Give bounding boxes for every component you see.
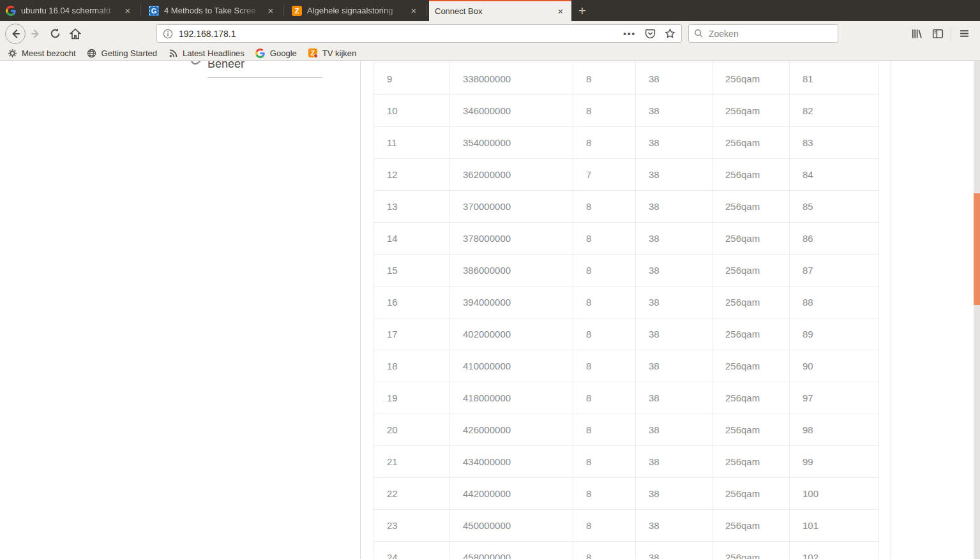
site-info-icon[interactable] — [163, 29, 173, 39]
page-scrollbar[interactable] — [974, 61, 980, 559]
table-cell: 394000000 — [450, 287, 573, 318]
bookmark-meest-bezocht[interactable]: Meest bezocht — [7, 48, 76, 58]
table-cell: 8 — [573, 287, 636, 318]
bookmarks-toolbar: Meest bezocht Getting Started Latest Hea… — [0, 46, 980, 61]
table-cell: 38 — [636, 414, 712, 445]
browser-window: ubuntu 16.04 schermafd × G 4 Methods to … — [0, 0, 980, 559]
table-cell: 88 — [790, 287, 879, 318]
table-cell: 11 — [373, 127, 450, 158]
close-icon[interactable]: × — [266, 6, 276, 16]
page-content: Beheer 9338000000838256qam81103460000008… — [0, 61, 980, 559]
tab-title: ubuntu 16.04 schermafd — [21, 6, 123, 15]
table-cell: 13 — [373, 191, 450, 222]
tab-separator — [140, 5, 141, 16]
table-cell: 8 — [573, 414, 636, 445]
tab-signaalstoring[interactable]: Z Algehele signaalstoring × — [286, 0, 425, 21]
table-cell: 84 — [790, 159, 879, 190]
tab-connect-box[interactable]: Connect Box × — [429, 0, 571, 21]
search-icon — [694, 29, 704, 38]
table-cell: 362000000 — [450, 159, 573, 190]
table-cell: 346000000 — [450, 95, 573, 126]
table-cell: 8 — [573, 446, 636, 477]
menu-hamburger-icon[interactable] — [954, 24, 975, 43]
table-cell: 100 — [790, 478, 879, 509]
bookmark-label: Latest Headlines — [183, 48, 245, 58]
table-cell: 426000000 — [450, 414, 573, 445]
tab-take-screenshots[interactable]: G 4 Methods to Take Scree × — [143, 0, 282, 21]
table-cell: 256qam — [712, 446, 790, 477]
bookmark-getting-started[interactable]: Getting Started — [87, 48, 157, 58]
table-cell: 386000000 — [450, 255, 573, 286]
table-cell: 38 — [636, 446, 712, 477]
table-cell: 8 — [573, 542, 636, 559]
table-cell: 8 — [573, 350, 636, 382]
table-cell: 402000000 — [450, 318, 573, 350]
table-cell: 256qam — [712, 350, 790, 382]
table-cell: 434000000 — [450, 446, 573, 477]
table-cell: 338000000 — [450, 63, 573, 94]
library-icon[interactable] — [906, 24, 927, 43]
bookmark-star-icon[interactable] — [665, 28, 675, 39]
table-row: 24458000000838256qam102 — [373, 542, 879, 559]
table-cell: 256qam — [712, 127, 790, 158]
close-icon[interactable]: × — [409, 6, 419, 16]
search-placeholder: Zoeken — [709, 29, 739, 39]
table-cell: 12 — [373, 159, 450, 190]
new-tab-button[interactable]: + — [571, 0, 593, 21]
table-cell: 256qam — [712, 478, 790, 509]
bookmark-label: Google — [270, 48, 297, 58]
divider — [207, 77, 322, 78]
sidebar-item-label: Beheer — [207, 61, 245, 71]
back-button[interactable] — [5, 24, 26, 44]
table-cell: 256qam — [712, 414, 790, 445]
table-cell: 38 — [636, 95, 712, 126]
sidebar-toggle-icon[interactable] — [927, 24, 948, 43]
table-cell: 38 — [636, 255, 712, 286]
bookmark-label: TV kijken — [322, 48, 356, 58]
table-cell: 256qam — [712, 510, 790, 541]
reload-icon[interactable] — [45, 24, 65, 43]
table-cell: 38 — [636, 127, 712, 158]
search-input[interactable]: Zoeken — [688, 24, 838, 43]
table-cell: 354000000 — [450, 127, 573, 158]
url-text[interactable]: 192.168.178.1 — [179, 29, 623, 39]
panel-border-right — [891, 61, 891, 559]
close-icon[interactable]: × — [555, 6, 566, 17]
home-button[interactable] — [65, 24, 85, 43]
bookmark-tv-kijken[interactable]: Z TV kijken — [308, 48, 356, 58]
tab-separator — [283, 5, 284, 16]
table-cell: 256qam — [712, 223, 790, 254]
pocket-icon[interactable] — [645, 28, 656, 39]
table-cell: 8 — [573, 191, 636, 222]
table-row: 9338000000838256qam81 — [373, 63, 879, 95]
table-cell: 256qam — [712, 542, 790, 559]
table-row: 23450000000838256qam101 — [373, 510, 879, 542]
table-cell: 18 — [373, 350, 450, 382]
table-cell: 8 — [573, 255, 636, 286]
bookmark-latest-headlines[interactable]: Latest Headlines — [168, 48, 245, 58]
table-cell: 256qam — [712, 287, 790, 318]
google-g-icon — [255, 48, 266, 58]
page-actions-icon[interactable]: ••• — [623, 29, 636, 38]
close-icon[interactable]: × — [123, 6, 133, 16]
table-cell: 8 — [573, 63, 636, 94]
table-cell: 450000000 — [450, 510, 573, 541]
table-cell: 38 — [636, 350, 712, 382]
bookmark-google[interactable]: Google — [255, 48, 297, 58]
table-cell: 38 — [636, 510, 712, 541]
scrollbar-thumb[interactable] — [974, 193, 980, 305]
url-bar[interactable]: 192.168.178.1 ••• — [156, 24, 682, 43]
table-cell: 15 — [373, 255, 450, 286]
tab-bar: ubuntu 16.04 schermafd × G 4 Methods to … — [0, 0, 980, 21]
navigation-toolbar: 192.168.178.1 ••• Zoeken — [0, 21, 980, 46]
table-cell: 89 — [790, 318, 879, 350]
table-cell: 101 — [790, 510, 879, 541]
forward-button[interactable] — [26, 24, 45, 43]
tab-title: 4 Methods to Take Scree — [164, 6, 266, 15]
table-row: 21434000000838256qam99 — [373, 446, 879, 478]
tab-ubuntu-screenshot[interactable]: ubuntu 16.04 schermafd × — [0, 0, 139, 21]
table-cell: 86 — [790, 223, 879, 254]
table-row: 10346000000838256qam82 — [373, 95, 879, 127]
table-row: 15386000000838256qam87 — [373, 255, 879, 287]
table-cell: 10 — [373, 95, 450, 126]
